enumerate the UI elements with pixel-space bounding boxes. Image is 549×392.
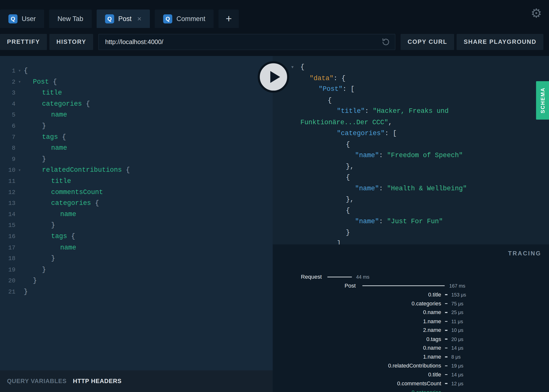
query-type-icon: Q	[8, 14, 18, 23]
top-bar: QUserNew TabQPost×QComment + ⚙	[0, 0, 549, 28]
editor-line[interactable]: 11title	[0, 176, 273, 187]
trace-label: 0.tags	[273, 336, 441, 342]
code-text: commentsCount	[24, 187, 103, 198]
tab-new-tab[interactable]: New Tab	[49, 9, 92, 28]
editor-line[interactable]: 2▾Post {	[0, 76, 273, 88]
trace-row: 0.commentsCount12 μs	[273, 379, 549, 388]
editor-line[interactable]: 18}	[0, 253, 273, 264]
response-line: ▼"Post": [	[301, 84, 535, 95]
editor-line[interactable]: 10▾relatedContributions {	[0, 165, 273, 176]
tab-label: User	[22, 15, 36, 23]
response-line: ▼{	[301, 62, 535, 73]
trace-time: 75 μs	[451, 301, 464, 307]
trace-request-row: Request 44 ms	[273, 274, 369, 280]
editor-line[interactable]: 6}	[0, 121, 273, 132]
trace-bar	[445, 339, 447, 340]
gutter-spacer	[15, 98, 24, 110]
endpoint-url-value[interactable]: http://localhost:4000/	[105, 38, 381, 46]
reload-icon[interactable]	[381, 37, 390, 47]
toolbar: PRETTIFY HISTORY http://localhost:4000/ …	[0, 28, 549, 56]
fold-arrow-icon[interactable]: ▾	[15, 65, 24, 76]
query-variables-tab[interactable]: QUERY VARIABLES	[7, 378, 67, 385]
editor-line[interactable]: 19}	[0, 264, 273, 275]
trace-time: 20 μs	[451, 336, 464, 342]
gutter-spacer	[15, 253, 24, 264]
tab-comment[interactable]: QComment	[155, 9, 214, 28]
response-line: ▼{	[301, 95, 535, 106]
trace-time: 25 μs	[451, 310, 464, 315]
trace-row: 0.categories75 μs	[273, 299, 549, 308]
http-headers-tab[interactable]: HTTP HEADERS	[73, 378, 122, 385]
code-text: }	[24, 154, 46, 165]
trace-label: 0.categories	[273, 389, 441, 392]
editor-line[interactable]: 9}	[0, 154, 273, 165]
line-number: 10	[0, 165, 15, 176]
settings-gear-icon[interactable]: ⚙	[531, 7, 542, 20]
trace-bar	[327, 277, 352, 277]
editor-line[interactable]: 8name	[0, 143, 273, 154]
trace-time: 167 ms	[449, 283, 465, 289]
editor-line[interactable]: 1▾{	[0, 65, 273, 76]
editor-line[interactable]: 5name	[0, 110, 273, 121]
schema-tab[interactable]: SCHEMA	[536, 81, 549, 120]
editor-line[interactable]: 17name	[0, 242, 273, 253]
line-number: 8	[0, 143, 15, 154]
code-text: }	[24, 264, 46, 275]
editor-line[interactable]: 7tags {	[0, 132, 273, 143]
trace-label: 0.name	[273, 309, 441, 316]
code-text: }	[24, 220, 55, 231]
fold-arrow-icon[interactable]: ▾	[15, 76, 24, 88]
gutter-spacer	[15, 198, 24, 209]
editor-line[interactable]: 15}	[0, 220, 273, 231]
line-number: 6	[0, 121, 15, 132]
tab-user[interactable]: QUser	[0, 9, 44, 28]
editor-line[interactable]: 20}	[0, 275, 273, 287]
tab-label: Post	[118, 15, 132, 23]
editor-line[interactable]: 3title	[0, 88, 273, 99]
code-text: name	[24, 242, 76, 253]
fold-arrow-icon[interactable]: ▾	[15, 165, 24, 176]
code-text: title	[24, 88, 62, 99]
fold-arrow-icon[interactable]: ▼	[291, 62, 294, 73]
editor-line[interactable]: 13categories {	[0, 198, 273, 209]
trace-label: 0.relatedContributions	[273, 363, 441, 369]
editor-line[interactable]: 21}	[0, 286, 273, 297]
line-number: 5	[0, 110, 15, 121]
trace-label: 0.categories	[273, 300, 441, 307]
editor-line[interactable]: 4categories {	[0, 98, 273, 110]
response-line: "name": "Freedom of Speech"	[301, 150, 535, 161]
execute-button[interactable]	[258, 61, 289, 93]
line-number: 20	[0, 275, 15, 287]
query-editor-pane[interactable]: 1▾{2▾Post {3title4categories {5name6}7ta…	[0, 56, 273, 392]
line-number: 21	[0, 286, 15, 297]
tab-bar: QUserNew TabQPost×QComment	[0, 9, 214, 28]
editor-line[interactable]: 12commentsCount	[0, 187, 273, 198]
response-line: },	[301, 161, 535, 172]
trace-time: 8 μs	[451, 354, 461, 360]
line-number: 19	[0, 264, 15, 275]
share-playground-button[interactable]: SHARE PLAYGROUND	[457, 34, 544, 50]
editor-line[interactable]: 16tags {	[0, 231, 273, 242]
response-line: },	[301, 194, 535, 205]
history-button[interactable]: HISTORY	[50, 34, 93, 50]
workspace: 1▾{2▾Post {3title4categories {5name6}7ta…	[0, 56, 549, 392]
response-line: ▼"data": {	[301, 73, 535, 84]
gutter-spacer	[15, 231, 24, 242]
tab-post[interactable]: QPost×	[97, 9, 150, 28]
editor-line[interactable]: 14name	[0, 209, 273, 220]
response-code: ▼{▼"data": {▼"Post": [▼{"title": "Hacker…	[301, 62, 535, 245]
new-tab-button[interactable]: +	[219, 9, 239, 28]
copy-curl-button[interactable]: COPY CURL	[401, 34, 454, 50]
tracing-title: TRACING	[508, 250, 541, 257]
line-number: 17	[0, 242, 15, 253]
close-tab-icon[interactable]: ×	[137, 15, 141, 23]
prettify-button[interactable]: PRETTIFY	[0, 34, 47, 50]
endpoint-url-input[interactable]: http://localhost:4000/	[99, 34, 395, 50]
trace-time: 11 μs	[451, 318, 463, 324]
gutter-spacer	[15, 88, 24, 99]
graphql-playground: QUserNew TabQPost×QComment + ⚙ PRETTIFY …	[0, 0, 549, 392]
code-text: relatedContributions {	[24, 165, 130, 176]
gutter-spacer	[15, 121, 24, 132]
trace-time: 14 μs	[451, 372, 464, 378]
gutter-spacer	[15, 209, 24, 220]
